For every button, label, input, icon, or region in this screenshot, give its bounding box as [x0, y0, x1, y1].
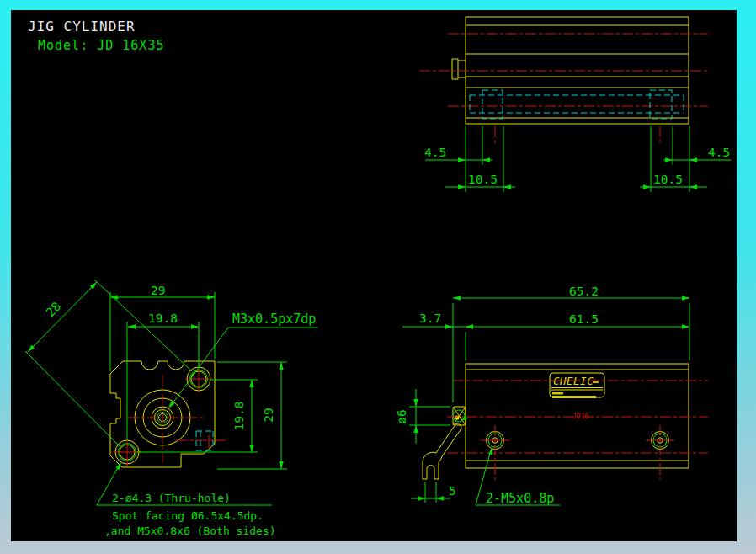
dim-front-width: 29: [151, 284, 165, 297]
dim-front-pitch-h: 19.8: [148, 312, 178, 325]
dim-top-right-offset: 4.5: [708, 146, 730, 159]
dim-side-total: 65.2: [569, 285, 599, 298]
note-thru-hole: 2-ø4.3 (Thru-hole): [112, 492, 231, 504]
dim-top-left-offset: 4.5: [424, 146, 446, 159]
note-spot-facing: Spot facing Ø6.5x4.5dp.: [112, 509, 264, 522]
cad-window: JIG CYLINDER Model: JD 16X35: [0, 0, 756, 554]
model-label: Model: JD 16X35: [38, 38, 164, 53]
label-side-ports: 2-M5x0.8p: [486, 491, 554, 506]
dim-side-offset: 3.7: [419, 312, 441, 325]
dim-top-right-pitch: 10.5: [653, 173, 683, 186]
dim-side-port-dia: ø6: [395, 409, 408, 423]
dim-side-wrench: 5: [449, 484, 456, 498]
dim-front-height: 29: [262, 408, 275, 422]
dim-top-left-pitch: 10.5: [468, 173, 498, 186]
dim-side-body: 61.5: [569, 312, 599, 326]
note-both-sides: ,and M5x0.8x6 (Both sides): [104, 525, 276, 537]
dim-front-pitch-v: 19.8: [232, 402, 246, 431]
body-marking: JD16: [572, 413, 588, 420]
label-front-thread: M3x0.5px7dp: [232, 312, 316, 327]
page-title: JIG CYLINDER: [28, 19, 136, 35]
cad-drawing-svg: JIG CYLINDER Model: JD 16X35: [0, 0, 756, 554]
